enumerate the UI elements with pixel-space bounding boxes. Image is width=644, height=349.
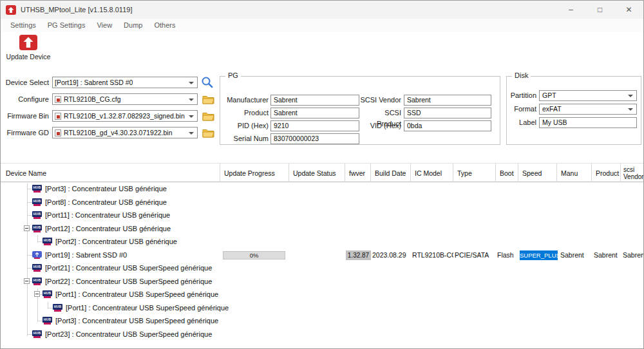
firmware-gd-value: RTL9210B_gd_v4.30.23.071922.bin xyxy=(64,129,173,137)
usb-hub-icon: HUB xyxy=(32,278,42,285)
manufacturer-label: Manufacturer xyxy=(220,95,269,106)
column-build-date[interactable]: Build Date xyxy=(370,164,410,182)
disk-group: Disk Partition GPT Format exFAT Label My… xyxy=(506,76,641,145)
menu-bar: Settings PG Settings View Dump Others xyxy=(1,19,643,32)
product-input[interactable]: Sabrent xyxy=(270,108,359,118)
device-select-combo[interactable]: [Port19] : Sabrent SSD #0 xyxy=(52,77,198,88)
tree-row-port11[interactable]: HUB [Port11] : Concentrateur USB génériq… xyxy=(1,209,643,222)
update-device-icon xyxy=(19,34,38,51)
bin-file-icon xyxy=(55,113,61,120)
menu-settings[interactable]: Settings xyxy=(5,21,42,29)
format-combo[interactable]: exFAT xyxy=(539,104,637,115)
menu-others[interactable]: Others xyxy=(148,21,181,29)
manufacturer-input[interactable]: Sabrent xyxy=(270,95,359,106)
usb-hub-icon: HUB xyxy=(32,185,42,193)
tree-row-port12[interactable]: HUB [Port12] : Concentrateur USB génériq… xyxy=(1,222,643,236)
maximize-button[interactable]: □ xyxy=(585,1,614,19)
tree-row-port3-child[interactable]: HUB [Port3] : Concentrateur USB SuperSpe… xyxy=(1,314,643,328)
chevron-down-icon xyxy=(189,132,194,135)
update-progress-bar: 0% xyxy=(223,251,285,259)
usb-hub-icon: HUB xyxy=(32,198,42,206)
tree-row-port1[interactable]: HUB [Port1] : Concentrateur USB SuperSpe… xyxy=(1,288,643,301)
scsi-vendor-label: SCSI Vendor xyxy=(359,95,401,106)
partition-label: Partition xyxy=(507,90,536,101)
tree-row-port21[interactable]: HUB [Port21] : Concentrateur USB SuperSp… xyxy=(1,261,643,275)
collapse-expander-icon[interactable] xyxy=(24,225,30,231)
column-fwver[interactable]: fwver xyxy=(345,164,370,182)
configure-label: Configure xyxy=(2,93,49,105)
column-manu[interactable]: Manu xyxy=(556,164,591,182)
scsi-product-input[interactable]: SSD xyxy=(404,108,491,118)
tree-row-label: [Port1] : Concentrateur USB SuperSpeed g… xyxy=(66,304,229,312)
pid-hex-input[interactable]: 9210 xyxy=(270,120,359,131)
usb-hub-icon: HUB xyxy=(53,304,62,312)
usb-hub-icon: HUB xyxy=(43,290,52,298)
fwver-cell: 1.32.87 xyxy=(346,250,371,260)
firmware-gd-browse-button[interactable] xyxy=(201,126,215,139)
title-bar: UTHSB_MPtool_Lite [v1.15.8.0119] – □ ✕ xyxy=(1,1,643,19)
tree-row-port1-child[interactable]: HUB [Port1] : Concentrateur USB SuperSpe… xyxy=(1,301,643,315)
column-type[interactable]: Type xyxy=(453,164,495,182)
pid-hex-label: PID (Hex) xyxy=(220,120,269,131)
column-update-progress[interactable]: Update Progress xyxy=(220,164,289,182)
scsi-vendor-input[interactable]: Sabrent xyxy=(404,95,491,106)
configure-combo[interactable]: RTL9210B_CG.cfg xyxy=(52,93,198,105)
tree-row-label: [Port1] : Concentrateur USB SuperSpeed g… xyxy=(55,290,218,298)
chevron-down-icon xyxy=(189,115,194,118)
pg-group-title: PG xyxy=(225,71,241,79)
configure-value: RTL9210B_CG.cfg xyxy=(64,95,121,103)
configure-browse-button[interactable] xyxy=(201,93,215,106)
usb-hub-icon: HUB xyxy=(32,225,42,232)
tree-row-port23[interactable]: HUB [Port23] : Concentrateur USB SuperSp… xyxy=(1,328,643,341)
table-header: Device Name Update Progress Update Statu… xyxy=(1,163,643,182)
column-update-status[interactable]: Update Status xyxy=(289,164,345,182)
column-ic-model[interactable]: IC Model xyxy=(410,164,453,182)
tree-row-port8[interactable]: HUB [Port8] : Concentrateur USB génériqu… xyxy=(1,196,643,209)
tree-row-port22[interactable]: HUB [Port22] : Concentrateur USB SuperSp… xyxy=(1,275,643,288)
menu-view[interactable]: View xyxy=(91,21,118,29)
search-device-button[interactable] xyxy=(200,75,215,90)
column-speed[interactable]: Speed xyxy=(518,164,556,182)
tree-row-port2[interactable]: HUB [Port2] : Concentrateur USB génériqu… xyxy=(1,235,643,249)
firmware-bin-combo[interactable]: RTL9210B_v1.32.87.082923_signed.bin xyxy=(52,110,198,122)
collapse-expander-icon[interactable] xyxy=(34,291,40,297)
format-label: Format xyxy=(507,104,536,115)
collapse-expander-icon[interactable] xyxy=(24,278,30,284)
usb-hub-icon: HUB xyxy=(32,264,42,272)
firmware-gd-combo[interactable]: RTL9210B_gd_v4.30.23.071922.bin xyxy=(52,127,198,138)
manu-cell: Sabrent xyxy=(560,249,591,262)
firmware-bin-value: RTL9210B_v1.32.87.082923_signed.bin xyxy=(64,112,185,120)
vid-hex-label: VID (Hex) xyxy=(359,120,401,131)
column-product[interactable]: Product xyxy=(591,164,620,182)
partition-combo[interactable]: GPT xyxy=(539,90,637,101)
firmware-bin-browse-button[interactable] xyxy=(201,109,215,122)
minimize-button[interactable]: – xyxy=(556,1,585,19)
device-tree: HUB [Port3] : Concentrateur USB génériqu… xyxy=(1,182,643,348)
column-scsi-vendor[interactable]: scsi Vendor xyxy=(620,164,644,182)
folder-icon xyxy=(202,128,214,138)
serial-num-input[interactable]: 830700000023 xyxy=(270,133,359,144)
close-button[interactable]: ✕ xyxy=(614,1,643,19)
menu-dump[interactable]: Dump xyxy=(118,21,148,29)
tree-row-label: [Port8] : Concentrateur USB générique xyxy=(45,198,167,206)
type-cell: PCIE/SATA xyxy=(455,249,496,262)
tree-row-port3[interactable]: HUB [Port3] : Concentrateur USB génériqu… xyxy=(1,182,643,196)
tree-row-label: [Port21] : Concentrateur USB SuperSpeed … xyxy=(45,264,212,272)
disk-label-input[interactable]: My USB xyxy=(539,117,637,128)
product-label: Product xyxy=(220,108,269,118)
tree-row-label: [Port11] : Concentrateur USB générique xyxy=(45,211,170,219)
column-device-name[interactable]: Device Name xyxy=(1,164,220,182)
device-select-value: [Port19] : Sabrent SSD #0 xyxy=(55,79,133,86)
menu-pg-settings[interactable]: PG Settings xyxy=(42,21,91,29)
column-boot[interactable]: Boot xyxy=(495,164,518,182)
usb-device-icon xyxy=(32,251,42,259)
vid-hex-input[interactable]: 0bda xyxy=(404,120,491,131)
chevron-down-icon xyxy=(628,108,633,111)
pg-group: PG Manufacturer Sabrent Product Sabrent … xyxy=(220,76,500,145)
tree-row-port19-device[interactable]: [Port19] : Sabrent SSD #0 0% 1.32.87 202… xyxy=(1,249,643,262)
window-controls: – □ ✕ xyxy=(556,1,643,19)
chevron-down-icon xyxy=(189,82,194,84)
product-cell: Sabrent xyxy=(594,249,621,262)
update-device-button[interactable]: Update Device xyxy=(6,34,51,61)
firmware-gd-label: Firmware GD xyxy=(2,127,49,138)
